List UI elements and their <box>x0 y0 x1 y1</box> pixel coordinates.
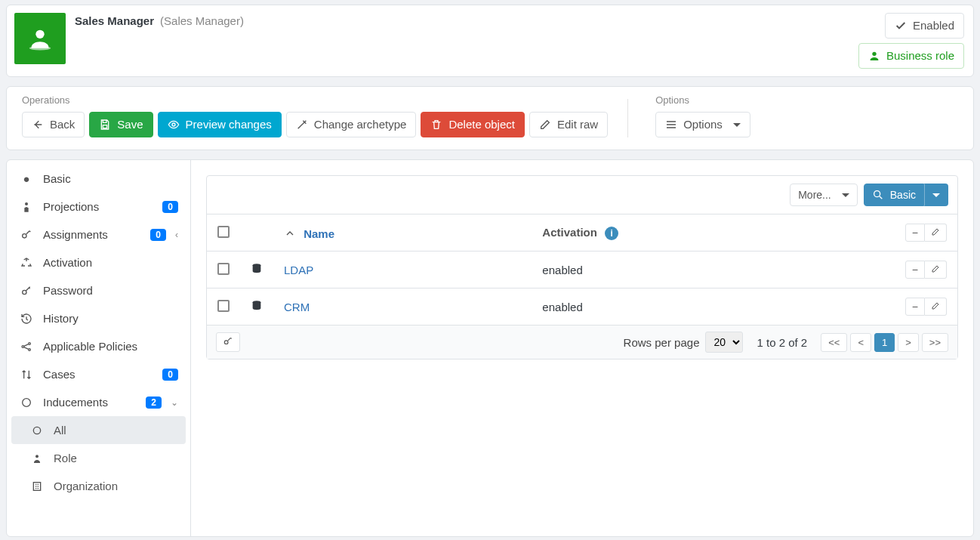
sidebar-item-label: Password <box>43 284 178 297</box>
svg-point-18 <box>224 341 228 344</box>
sidebar-item-label: Inducements <box>43 396 137 409</box>
search-basic-button[interactable]: Basic <box>864 184 924 206</box>
row-checkbox[interactable] <box>217 263 230 275</box>
sidebar-item-activation[interactable]: Activation <box>7 248 190 276</box>
svg-point-5 <box>25 202 28 205</box>
table-row: CRM enabled − <box>207 289 957 326</box>
back-button[interactable]: Back <box>22 112 85 137</box>
row-collapse-button[interactable]: − <box>905 298 925 316</box>
row-edit-button[interactable] <box>925 261 947 279</box>
row-name-link[interactable]: LDAP <box>284 264 313 276</box>
business-role-button[interactable]: Business role <box>858 43 964 69</box>
sidebar-item-assignments[interactable]: Assignments 0 ‹ <box>7 221 190 248</box>
enabled-status-button[interactable]: Enabled <box>885 13 964 39</box>
arrow-left-icon <box>32 119 44 131</box>
row-name-link[interactable]: CRM <box>284 301 310 313</box>
sidebar-item-label: Activation <box>43 256 178 269</box>
svg-rect-3 <box>103 125 107 128</box>
column-edit-button[interactable] <box>925 224 947 242</box>
info-icon[interactable]: i <box>605 227 618 240</box>
column-collapse-button[interactable]: − <box>905 224 925 242</box>
select-all-checkbox[interactable] <box>217 226 230 238</box>
change-archetype-button[interactable]: Change archetype <box>286 112 417 137</box>
save-icon <box>99 119 111 131</box>
sidebar-sub-all[interactable]: All <box>11 416 186 444</box>
column-name-header[interactable]: Name <box>304 227 334 240</box>
edit-raw-button[interactable]: Edit raw <box>529 112 608 137</box>
share-icon <box>19 341 34 353</box>
row-collapse-button[interactable]: − <box>905 261 925 279</box>
svg-point-15 <box>874 191 880 197</box>
delete-object-button[interactable]: Delete object <box>421 112 525 137</box>
search-basic-label: Basic <box>890 187 916 202</box>
table-card: More... Basic <box>206 175 958 359</box>
svg-point-10 <box>29 348 31 350</box>
sidebar-item-label: History <box>43 312 178 325</box>
pager-next[interactable]: > <box>898 333 919 352</box>
sidebar-item-label: Organization <box>54 480 178 492</box>
pager-prev[interactable]: < <box>850 333 871 352</box>
svg-point-11 <box>23 398 31 406</box>
assign-icon <box>19 229 34 241</box>
sidebar-item-policies[interactable]: Applicable Policies <box>7 332 190 360</box>
check-icon <box>895 20 907 32</box>
count-badge: 2 <box>146 397 162 409</box>
more-dropdown-button[interactable]: More... <box>790 184 858 206</box>
wand-icon <box>296 119 308 131</box>
sidebar: ● Basic Projections 0 Assignments 0 ‹ <box>7 160 191 536</box>
save-button[interactable]: Save <box>89 112 153 137</box>
sidebar-sub-organization[interactable]: Organization <box>7 472 190 500</box>
sidebar-item-history[interactable]: History <box>7 304 190 332</box>
operations-card: Operations Back Save Preview changes Cha… <box>6 86 974 150</box>
row-edit-button[interactable] <box>925 298 947 316</box>
count-badge: 0 <box>162 201 178 213</box>
sidebar-item-projections[interactable]: Projections 0 <box>7 193 190 221</box>
sidebar-sub-role[interactable]: Role <box>7 444 190 472</box>
delete-label: Delete object <box>448 117 515 132</box>
rows-per-page-label: Rows per page <box>624 336 700 349</box>
svg-point-4 <box>172 123 175 126</box>
pager: << < 1 > >> <box>821 333 948 352</box>
count-badge: 0 <box>162 369 178 381</box>
column-activation-header: Activation <box>542 226 597 239</box>
key-icon <box>19 285 34 297</box>
sidebar-item-label: Assignments <box>43 228 141 241</box>
pager-last[interactable]: >> <box>922 333 948 352</box>
sidebar-item-label: Applicable Policies <box>43 340 178 353</box>
section-divider <box>627 99 628 137</box>
sort-asc-icon[interactable] <box>284 227 296 242</box>
rows-per-page-select[interactable]: 20 <box>705 332 743 353</box>
sidebar-item-inducements[interactable]: Inducements 2 ⌄ <box>7 388 190 416</box>
row-checkbox[interactable] <box>217 300 230 312</box>
add-inducement-button[interactable] <box>216 332 240 352</box>
pager-current[interactable]: 1 <box>874 333 895 352</box>
search-basic-split: Basic <box>864 184 948 206</box>
circle-outline-icon <box>19 397 34 409</box>
role-avatar <box>14 13 66 64</box>
back-label: Back <box>50 117 75 132</box>
sidebar-item-label: Cases <box>43 368 153 381</box>
svg-point-8 <box>22 345 24 347</box>
content-area: More... Basic <box>191 160 973 536</box>
sidebar-item-label: All <box>54 424 174 437</box>
sidebar-item-basic[interactable]: ● Basic <box>7 165 190 193</box>
preview-changes-button[interactable]: Preview changes <box>158 112 282 137</box>
page-subtitle: (Sales Manager) <box>160 14 244 27</box>
pager-first[interactable]: << <box>821 333 847 352</box>
person-icon <box>19 201 34 213</box>
sidebar-item-label: Role <box>54 452 178 464</box>
chevron-down-icon: ⌄ <box>171 397 178 408</box>
search-basic-caret[interactable] <box>924 184 948 206</box>
save-label: Save <box>117 117 143 132</box>
sidebar-item-label: Basic <box>43 172 178 185</box>
svg-point-0 <box>35 30 44 39</box>
page-title-wrap: Sales Manager (Sales Manager) <box>75 13 849 27</box>
page-header: Sales Manager (Sales Manager) Enabled Bu… <box>6 5 974 77</box>
svg-rect-14 <box>33 482 40 490</box>
sidebar-item-cases[interactable]: Cases 0 <box>7 360 190 388</box>
count-badge: 0 <box>150 229 166 241</box>
options-dropdown-button[interactable]: Options <box>655 112 750 137</box>
page-title: Sales Manager <box>75 14 154 27</box>
sidebar-item-password[interactable]: Password <box>7 276 190 304</box>
svg-point-12 <box>33 427 40 434</box>
